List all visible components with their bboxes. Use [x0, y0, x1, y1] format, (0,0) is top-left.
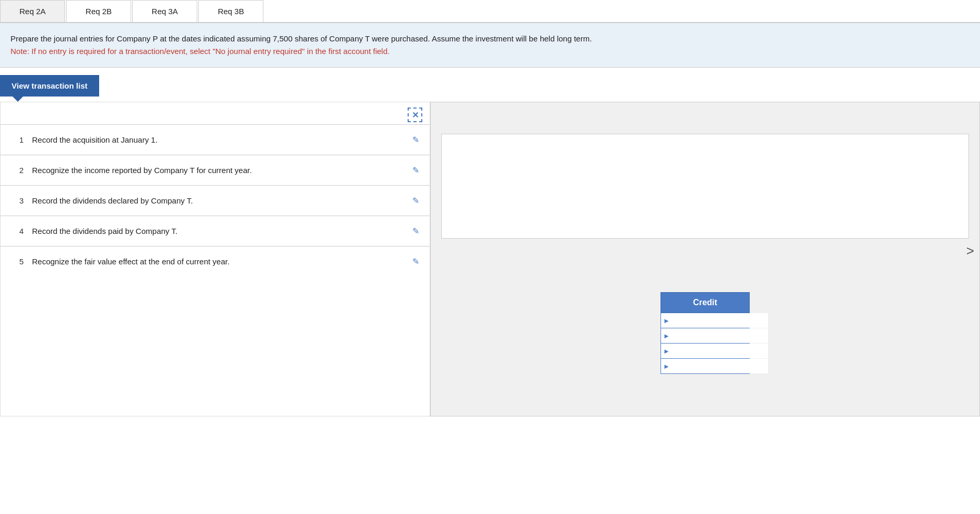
list-item: 3 Record the dividends declared by Compa… — [1, 185, 430, 216]
view-transaction-list-button[interactable]: View transaction list — [0, 75, 99, 97]
edit-icon-5[interactable]: ✎ — [412, 256, 419, 266]
credit-arrow-4: ► — [661, 361, 672, 371]
journal-subpanel — [441, 134, 969, 239]
credit-row-1: ► — [661, 313, 750, 328]
tab-req3b[interactable]: Req 3B — [198, 0, 263, 22]
credit-row-4: ► — [661, 359, 750, 374]
transaction-num-1: 1 — [11, 135, 24, 144]
chevron-right-icon[interactable]: > — [966, 243, 974, 259]
transaction-num-3: 3 — [11, 196, 24, 205]
credit-input-2[interactable] — [672, 328, 768, 343]
list-item: 1 Record the acquisition at January 1. ✎ — [1, 124, 430, 155]
list-item: 4 Record the dividends paid by Company T… — [1, 216, 430, 246]
edit-icon-1[interactable]: ✎ — [412, 135, 419, 145]
instruction-box: Prepare the journal entries for Company … — [0, 23, 980, 68]
credit-arrow-3: ► — [661, 346, 672, 356]
credit-section: Credit ► ► ► ► — [661, 292, 750, 374]
credit-row-3: ► — [661, 344, 750, 359]
transaction-list-panel: ✕ 1 Record the acquisition at January 1.… — [0, 102, 430, 416]
transaction-text-4: Record the dividends paid by Company T. — [32, 226, 404, 237]
tab-req3a[interactable]: Req 3A — [132, 0, 197, 22]
credit-input-3[interactable] — [672, 344, 768, 358]
credit-arrow-1: ► — [661, 316, 672, 326]
journal-entry-panel: > Credit ► ► ► ► — [430, 102, 980, 416]
transaction-text-5: Recognize the fair value effect at the e… — [32, 256, 404, 267]
main-area: ✕ 1 Record the acquisition at January 1.… — [0, 97, 980, 416]
credit-arrow-2: ► — [661, 331, 672, 341]
tab-req2a[interactable]: Req 2A — [0, 0, 65, 22]
transaction-text-2: Recognize the income reported by Company… — [32, 165, 404, 176]
transaction-text-3: Record the dividends declared by Company… — [32, 195, 404, 206]
edit-icon-3[interactable]: ✎ — [412, 196, 419, 206]
credit-row-2: ► — [661, 328, 750, 344]
list-item: 5 Recognize the fair value effect at the… — [1, 246, 430, 276]
transaction-num-2: 2 — [11, 166, 24, 175]
edit-icon-2[interactable]: ✎ — [412, 165, 419, 175]
credit-input-4[interactable] — [672, 359, 768, 373]
list-item: 2 Recognize the income reported by Compa… — [1, 155, 430, 185]
credit-input-1[interactable] — [672, 313, 768, 328]
credit-header: Credit — [661, 292, 750, 313]
instruction-main-text: Prepare the journal entries for Company … — [10, 34, 592, 43]
close-btn-row: ✕ — [1, 102, 430, 124]
transaction-num-4: 4 — [11, 227, 24, 235]
close-button[interactable]: ✕ — [408, 108, 422, 122]
transaction-text-1: Record the acquisition at January 1. — [32, 134, 404, 145]
tab-bar: Req 2A Req 2B Req 3A Req 3B — [0, 0, 980, 23]
instruction-note-text: Note: If no entry is required for a tran… — [10, 47, 390, 56]
tab-req2b[interactable]: Req 2B — [66, 0, 131, 22]
transaction-num-5: 5 — [11, 257, 24, 266]
edit-icon-4[interactable]: ✎ — [412, 226, 419, 236]
